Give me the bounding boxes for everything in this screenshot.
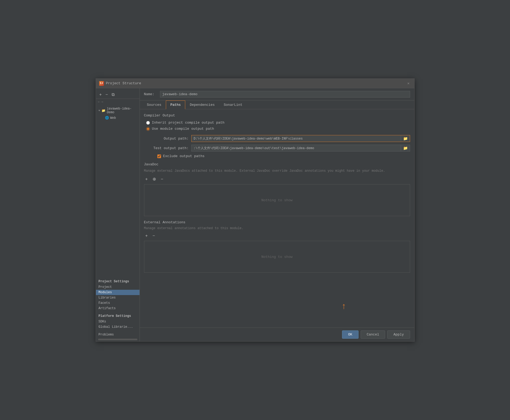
sidebar-item-facets[interactable]: Facets [96,300,140,306]
sidebar-scrollbar[interactable] [98,339,137,340]
javadoc-empty-panel: Nothing to show [144,184,410,216]
sidebar-item-artifacts[interactable]: Artifacts [96,306,140,311]
radio-use-module-label: Use module compile output path [152,127,214,131]
radio-inherit[interactable]: Inherit project compile output path [146,121,410,125]
test-output-path-row: Test output path: 📁 [144,145,410,152]
output-path-browse-button[interactable]: 📁 [401,135,410,142]
dialog-title: Project Structure [106,81,141,85]
copy-module-button[interactable]: ⧉ [110,92,116,98]
test-output-path-label: Test output path: [146,146,189,150]
javadoc-section: JavaDoc Manage external JavaDocs attache… [144,162,410,216]
ext-empty-panel: Nothing to show [144,241,410,273]
output-path-wrapper: 📁 [191,135,410,142]
ext-annotations-title: External Annotations [144,220,410,224]
name-input[interactable] [160,91,410,98]
back-button[interactable]: ← [98,100,100,104]
name-row: Name: [140,88,414,100]
sidebar: + − ⧉ ← → ▼ 📁 javaweb-idea-demo 🌐 Web [96,88,140,341]
forward-button[interactable]: → [101,100,103,104]
sidebar-item-sdks[interactable]: SDKs [96,319,140,324]
main-content: Name: Sources Paths Dependencies SonarLi… [140,88,414,341]
sidebar-nav-row: ← → [96,99,140,105]
sidebar-modules-label: Modules [99,291,112,294]
external-annotations-section: External Annotations Manage external ann… [144,220,410,273]
javadoc-title: JavaDoc [144,162,410,166]
sidebar-artifacts-label: Artifacts [99,306,116,310]
sidebar-facets-label: Facets [99,301,110,305]
sidebar-item-libraries[interactable]: Libraries [96,295,140,300]
output-path-input[interactable] [192,135,401,142]
module-folder-icon: 📁 [102,109,106,113]
exclude-checkbox[interactable] [157,154,161,158]
close-button[interactable]: ✕ [407,82,411,85]
javadoc-desc: Manage external JavaDocs attached to thi… [144,169,410,173]
ext-add-button[interactable]: + [144,233,149,239]
project-settings-label: Project Settings [96,279,140,284]
sidebar-sdks-label: SDKs [99,320,106,324]
tab-paths[interactable]: Paths [166,100,185,109]
sidebar-global-libraries-label: Global Librarie... [99,325,133,329]
add-module-button[interactable]: + [98,92,103,98]
output-path-row: Output path: 📁 [144,135,410,142]
javadoc-toolbar: + ⊕ − [144,176,410,182]
remove-module-button[interactable]: − [104,92,109,98]
sidebar-item-problems[interactable]: Problems [96,332,140,338]
tree-module-label: javaweb-idea-demo [107,107,137,114]
exclude-checkbox-row: Exclude output paths [144,154,410,158]
test-output-path-input[interactable] [192,145,401,151]
project-structure-dialog: IJ Project Structure ✕ + − ⧉ ← → ▼ [96,78,415,342]
exclude-label: Exclude output paths [163,154,205,158]
ext-remove-button[interactable]: − [151,233,156,239]
tab-dependencies[interactable]: Dependencies [185,100,219,109]
app-icon: IJ [99,81,104,86]
javadoc-empty-text: Nothing to show [261,198,292,202]
divider2 [96,311,140,313]
expand-arrow-icon: ▼ [99,109,100,112]
sidebar-item-global-libraries[interactable]: Global Librarie... [96,324,140,330]
tabs-row: Sources Paths Dependencies SonarLint [140,100,414,109]
divider [96,276,140,279]
test-output-path-browse-button[interactable]: 📁 [401,145,410,151]
sidebar-problems-label: Problems [99,333,114,337]
ext-annotations-toolbar: + − [144,233,410,239]
ok-button[interactable]: OK [342,330,359,339]
compiler-output-radio-group: Inherit project compile output path Use … [144,121,410,131]
tab-sources[interactable]: Sources [142,100,166,109]
test-output-path-wrapper: 📁 [191,145,410,152]
module-tree: ▼ 📁 javaweb-idea-demo 🌐 Web [96,105,140,276]
content-area: Compiler Output Inherit project compile … [140,109,414,327]
sidebar-libraries-label: Libraries [99,296,116,300]
radio-inherit-input[interactable] [146,121,150,125]
javadoc-add-button[interactable]: + [144,176,149,182]
output-path-label: Output path: [146,137,189,141]
sidebar-item-modules[interactable]: Modules [96,290,140,295]
title-bar-left: IJ Project Structure [99,81,141,86]
radio-inherit-label: Inherit project compile output path [152,121,225,125]
tree-web-label: Web [110,116,116,120]
radio-use-module-input[interactable] [146,127,150,131]
sidebar-toolbar: + − ⧉ [96,90,140,99]
ext-annotations-desc: Manage external annotations attached to … [144,226,410,230]
javadoc-add-link-button[interactable]: ⊕ [151,176,157,182]
radio-use-module[interactable]: Use module compile output path [146,127,410,131]
divider3 [96,330,140,332]
tree-item-module[interactable]: ▼ 📁 javaweb-idea-demo [96,106,140,115]
title-bar: IJ Project Structure ✕ [96,79,414,88]
sidebar-item-project[interactable]: Project [96,284,140,290]
sidebar-project-label: Project [99,285,112,289]
platform-settings-label: Platform Settings [96,313,140,319]
javadoc-remove-button[interactable]: − [159,176,165,182]
tree-item-web[interactable]: 🌐 Web [96,115,140,121]
web-icon: 🌐 [105,116,109,120]
apply-button[interactable]: Apply [387,330,410,339]
ext-empty-text: Nothing to show [261,255,292,259]
dialog-footer: OK Cancel Apply [140,327,414,341]
tab-sonarlint[interactable]: SonarLint [219,100,247,109]
cancel-button[interactable]: Cancel [361,330,385,339]
dialog-body: + − ⧉ ← → ▼ 📁 javaweb-idea-demo 🌐 Web [96,88,414,341]
name-label: Name: [144,92,157,96]
compiler-output-title: Compiler Output [144,114,410,117]
